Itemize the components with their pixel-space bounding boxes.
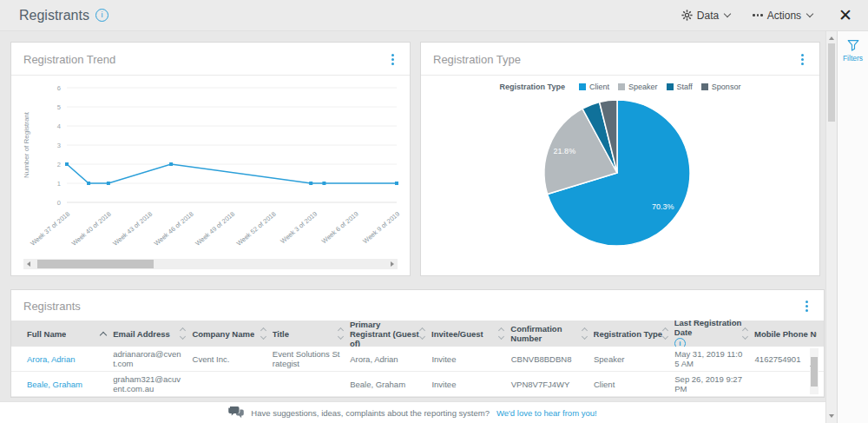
trend-card-header: Registration Trend bbox=[11, 43, 410, 76]
column-header[interactable]: Invitee/Guest bbox=[431, 328, 510, 339]
filters-button[interactable]: Filters bbox=[838, 31, 868, 63]
header-actions: Data Actions ✕ bbox=[681, 7, 868, 23]
legend-item-sponsor[interactable]: Sponsor bbox=[701, 83, 741, 91]
actions-menu-button[interactable]: Actions bbox=[753, 10, 812, 22]
column-header[interactable]: Mobile Phone Number bbox=[754, 329, 824, 339]
full-name-link[interactable]: Arora, Adrian bbox=[27, 354, 113, 364]
filters-panel: Filters bbox=[837, 31, 868, 423]
column-header-label: Full Name bbox=[27, 329, 66, 339]
sort-icon bbox=[181, 328, 185, 339]
trend-card-menu-icon[interactable] bbox=[388, 52, 398, 67]
table-cell: Event Solutions Strategist bbox=[273, 349, 350, 368]
table-card-header: Registrants bbox=[11, 290, 824, 321]
scrollbar-thumb[interactable] bbox=[37, 260, 154, 268]
scrollbar-thumb[interactable] bbox=[811, 357, 818, 387]
close-icon[interactable]: ✕ bbox=[838, 7, 852, 23]
trend-card-title: Registration Trend bbox=[23, 53, 115, 66]
table-cell: CBNVB8BDBN8 bbox=[511, 354, 594, 364]
sort-ascending-icon bbox=[100, 331, 107, 338]
legend-label: Speaker bbox=[628, 83, 658, 91]
column-header[interactable]: Primary Registrant (Guest of) bbox=[350, 320, 431, 348]
feedback-footer: Have suggestions, ideas, complaints abou… bbox=[0, 401, 825, 423]
legend-title: Registration Type bbox=[500, 83, 565, 91]
column-header-label: Mobile Phone Number bbox=[754, 329, 817, 339]
table-cell: Invitee bbox=[431, 380, 510, 389]
table-cell: VPN8V7FJ4WY bbox=[511, 380, 594, 389]
sort-icon bbox=[663, 328, 667, 339]
column-header-label: Invitee/Guest bbox=[431, 329, 483, 339]
legend-swatch bbox=[701, 83, 708, 90]
full-name-link[interactable]: Beale, Graham bbox=[27, 380, 113, 389]
column-header[interactable]: Registration Type bbox=[594, 328, 674, 339]
column-header[interactable]: Title bbox=[273, 328, 350, 339]
scroll-down-icon[interactable] bbox=[829, 414, 834, 418]
table-cell: Cvent Inc. bbox=[193, 354, 273, 364]
data-menu-label: Data bbox=[697, 10, 719, 22]
info-icon[interactable] bbox=[95, 9, 108, 22]
sort-icon bbox=[420, 328, 424, 339]
registrants-table-card: Registrants Full NameEmail AddressCompan… bbox=[10, 289, 825, 398]
table-body: Arora, Adrianadrianarora@cvent.comCvent … bbox=[11, 347, 824, 397]
registration-type-pie-chart: 70.3%21.8% bbox=[421, 91, 819, 258]
legend-swatch bbox=[667, 83, 674, 90]
feedback-link[interactable]: We'd love to hear from you! bbox=[496, 408, 597, 418]
scroll-left-icon[interactable] bbox=[27, 261, 30, 267]
svg-text:21.8%: 21.8% bbox=[554, 147, 576, 155]
legend-item-staff[interactable]: Staff bbox=[667, 83, 693, 91]
svg-text:6: 6 bbox=[57, 84, 61, 92]
column-header-label: Registration Type bbox=[594, 329, 663, 339]
column-header[interactable]: Full Name bbox=[27, 329, 113, 339]
legend-item-speaker[interactable]: Speaker bbox=[618, 83, 658, 91]
column-header[interactable]: Confirmation Number bbox=[510, 324, 593, 343]
svg-text:Week 49 of 2018: Week 49 of 2018 bbox=[194, 210, 236, 248]
table-card-title: Registrants bbox=[23, 300, 81, 313]
svg-text:5: 5 bbox=[57, 103, 61, 111]
column-header-label: Title bbox=[273, 329, 289, 339]
scroll-right-icon[interactable] bbox=[391, 261, 394, 267]
scrollbar-thumb[interactable] bbox=[828, 43, 835, 122]
column-header-label: Email Address bbox=[113, 329, 170, 339]
table-row: Arora, Adrianadrianarora@cvent.comCvent … bbox=[11, 347, 824, 372]
chevron-down-icon bbox=[724, 10, 731, 17]
table-vertical-scrollbar[interactable] bbox=[810, 348, 819, 394]
column-header[interactable]: Company Name bbox=[192, 328, 272, 339]
sort-icon bbox=[582, 328, 587, 339]
svg-text:4: 4 bbox=[57, 122, 61, 130]
svg-text:Week 52 of 2018: Week 52 of 2018 bbox=[235, 210, 278, 248]
trend-horizontal-scrollbar[interactable] bbox=[23, 259, 398, 269]
sort-icon bbox=[499, 328, 503, 339]
registration-trend-card: Registration Trend 0123456Number of Regi… bbox=[10, 42, 411, 276]
table-card-menu-icon[interactable] bbox=[802, 299, 812, 314]
sort-icon bbox=[261, 328, 266, 339]
table-cell: Beale, Graham bbox=[350, 380, 431, 389]
svg-text:2: 2 bbox=[57, 161, 61, 169]
page-title: Registrants bbox=[19, 8, 89, 23]
svg-text:Week 9 of 2019: Week 9 of 2019 bbox=[361, 210, 401, 246]
pie-card-menu-icon[interactable] bbox=[798, 52, 807, 67]
legend-swatch bbox=[618, 83, 625, 90]
sort-icon bbox=[743, 328, 747, 339]
legend-item-client[interactable]: Client bbox=[579, 83, 609, 91]
svg-text:70.3%: 70.3% bbox=[652, 202, 674, 211]
svg-text:Week 37 of 2018: Week 37 of 2018 bbox=[29, 210, 71, 248]
scroll-up-icon[interactable] bbox=[829, 36, 834, 40]
svg-text:Number of Registrant: Number of Registrant bbox=[23, 111, 30, 178]
svg-text:Week 3 of 2019: Week 3 of 2019 bbox=[279, 210, 319, 246]
svg-text:Week 46 of 2018: Week 46 of 2018 bbox=[153, 210, 195, 248]
svg-text:3: 3 bbox=[57, 142, 61, 149]
table-header-row: Full NameEmail AddressCompany NameTitleP… bbox=[11, 321, 824, 347]
table-row: Beale, Grahamgraham321@acuvent.com.auBea… bbox=[11, 372, 824, 397]
table-cell: May 31, 2019 11:05 AM bbox=[674, 349, 754, 368]
column-header[interactable]: Email Address bbox=[113, 328, 192, 339]
svg-text:1: 1 bbox=[57, 180, 61, 188]
svg-text:Week 6 of 2019: Week 6 of 2019 bbox=[320, 210, 360, 246]
legend-label: Staff bbox=[677, 83, 693, 91]
ellipsis-icon bbox=[753, 14, 763, 17]
pie-card-header: Registration Type bbox=[421, 43, 819, 76]
page-header: Registrants Data Actions ✕ bbox=[0, 0, 868, 31]
data-menu-button[interactable]: Data bbox=[681, 10, 730, 22]
sort-icon bbox=[339, 328, 343, 339]
table-cell: graham321@acuvent.com.au bbox=[113, 374, 192, 393]
column-header[interactable]: Last Registration Date bbox=[674, 318, 754, 349]
page-vertical-scrollbar[interactable] bbox=[825, 31, 837, 423]
